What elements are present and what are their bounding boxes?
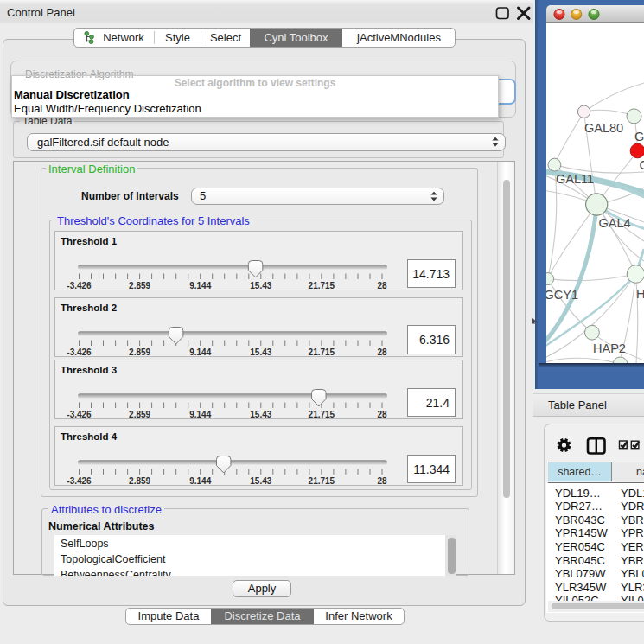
svg-text:2.859: 2.859: [129, 410, 150, 419]
svg-text:9.144: 9.144: [189, 476, 211, 486]
svg-text:-3.426: -3.426: [67, 348, 92, 357]
svg-text:GAL11: GAL11: [556, 172, 594, 186]
svg-text:9.144: 9.144: [189, 410, 211, 419]
svg-text:21.715: 21.715: [309, 476, 335, 486]
svg-text:15.43: 15.43: [250, 281, 271, 290]
svg-text:2.859: 2.859: [129, 476, 150, 486]
svg-text:GA: GA: [634, 130, 644, 143]
svg-text:21.715: 21.715: [309, 348, 335, 357]
svg-text:15.43: 15.43: [250, 348, 271, 357]
svg-text:21.715: 21.715: [309, 410, 335, 419]
svg-text:9.144: 9.144: [189, 281, 211, 290]
svg-text:-3.426: -3.426: [67, 476, 92, 486]
svg-text:28: 28: [377, 348, 387, 357]
svg-text:28: 28: [377, 281, 387, 290]
svg-text:28: 28: [377, 410, 387, 419]
svg-text:9.144: 9.144: [189, 348, 211, 357]
svg-text:15.43: 15.43: [250, 410, 271, 419]
svg-text:C: C: [640, 158, 644, 172]
svg-text:2.859: 2.859: [129, 281, 150, 290]
svg-text:HI: HI: [636, 287, 644, 301]
svg-text:2.859: 2.859: [129, 348, 150, 357]
svg-text:GAL4: GAL4: [599, 216, 631, 230]
svg-text:28: 28: [377, 476, 387, 486]
svg-text:21.715: 21.715: [309, 281, 335, 290]
svg-text:HAP2: HAP2: [593, 341, 626, 355]
svg-text:15.43: 15.43: [250, 476, 271, 486]
svg-text:-3.426: -3.426: [67, 281, 92, 290]
svg-text:GAL80: GAL80: [584, 121, 623, 135]
svg-text:-3.426: -3.426: [67, 410, 92, 419]
svg-text:GCY1: GCY1: [546, 288, 578, 302]
